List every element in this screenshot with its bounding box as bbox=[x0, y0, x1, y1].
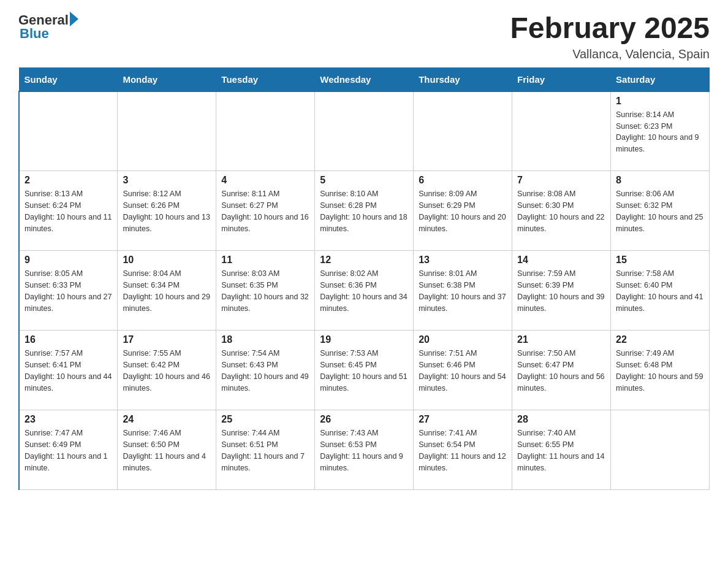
day-info: Sunrise: 7:59 AMSunset: 6:39 PMDaylight:… bbox=[517, 268, 605, 314]
day-info: Sunrise: 8:14 AMSunset: 6:23 PMDaylight:… bbox=[616, 109, 704, 155]
day-info: Sunrise: 7:58 AMSunset: 6:40 PMDaylight:… bbox=[616, 268, 704, 314]
day-number: 4 bbox=[221, 175, 309, 186]
location-text: Vallanca, Valencia, Spain bbox=[510, 47, 710, 61]
day-number: 3 bbox=[123, 175, 211, 186]
month-title: February 2025 bbox=[510, 12, 710, 45]
day-of-week-header: Friday bbox=[512, 67, 611, 91]
day-number: 20 bbox=[419, 334, 507, 345]
calendar-day-cell: 15Sunrise: 7:58 AMSunset: 6:40 PMDayligh… bbox=[611, 251, 710, 331]
calendar-day-cell bbox=[611, 410, 710, 490]
calendar-day-cell bbox=[118, 91, 216, 171]
calendar-day-cell: 19Sunrise: 7:53 AMSunset: 6:45 PMDayligh… bbox=[315, 331, 414, 410]
calendar-day-cell: 16Sunrise: 7:57 AMSunset: 6:41 PMDayligh… bbox=[19, 331, 118, 410]
calendar-header: SundayMondayTuesdayWednesdayThursdayFrid… bbox=[19, 67, 710, 91]
logo-arrow-icon bbox=[70, 12, 78, 26]
calendar-table: SundayMondayTuesdayWednesdayThursdayFrid… bbox=[18, 67, 710, 491]
header-row: SundayMondayTuesdayWednesdayThursdayFrid… bbox=[19, 67, 710, 91]
calendar-day-cell: 28Sunrise: 7:40 AMSunset: 6:55 PMDayligh… bbox=[512, 410, 611, 490]
day-of-week-header: Saturday bbox=[611, 67, 710, 91]
day-number: 18 bbox=[221, 334, 309, 345]
day-number: 21 bbox=[517, 334, 605, 345]
day-info: Sunrise: 7:43 AMSunset: 6:53 PMDaylight:… bbox=[320, 427, 408, 473]
calendar-day-cell: 12Sunrise: 8:02 AMSunset: 6:36 PMDayligh… bbox=[315, 251, 414, 331]
calendar-day-cell: 20Sunrise: 7:51 AMSunset: 6:46 PMDayligh… bbox=[414, 331, 512, 410]
day-number: 6 bbox=[419, 175, 507, 186]
day-info: Sunrise: 7:41 AMSunset: 6:54 PMDaylight:… bbox=[419, 427, 507, 473]
day-info: Sunrise: 7:51 AMSunset: 6:46 PMDaylight:… bbox=[419, 348, 507, 394]
day-number: 25 bbox=[221, 414, 309, 425]
calendar-day-cell bbox=[216, 91, 315, 171]
day-info: Sunrise: 7:47 AMSunset: 6:49 PMDaylight:… bbox=[25, 427, 112, 473]
calendar-day-cell: 24Sunrise: 7:46 AMSunset: 6:50 PMDayligh… bbox=[118, 410, 216, 490]
calendar-week-row: 23Sunrise: 7:47 AMSunset: 6:49 PMDayligh… bbox=[19, 410, 710, 490]
calendar-day-cell: 26Sunrise: 7:43 AMSunset: 6:53 PMDayligh… bbox=[315, 410, 414, 490]
day-number: 9 bbox=[25, 255, 112, 266]
day-number: 10 bbox=[123, 255, 211, 266]
day-info: Sunrise: 7:46 AMSunset: 6:50 PMDaylight:… bbox=[123, 427, 211, 473]
day-number: 16 bbox=[25, 334, 112, 345]
day-info: Sunrise: 8:04 AMSunset: 6:34 PMDaylight:… bbox=[123, 268, 211, 314]
day-number: 5 bbox=[320, 175, 408, 186]
calendar-day-cell bbox=[512, 91, 611, 171]
title-block: February 2025 Vallanca, Valencia, Spain bbox=[510, 12, 710, 61]
calendar-day-cell: 22Sunrise: 7:49 AMSunset: 6:48 PMDayligh… bbox=[611, 331, 710, 410]
day-number: 12 bbox=[320, 255, 408, 266]
calendar-day-cell: 4Sunrise: 8:11 AMSunset: 6:27 PMDaylight… bbox=[216, 171, 315, 251]
day-of-week-header: Thursday bbox=[414, 67, 512, 91]
day-number: 19 bbox=[320, 334, 408, 345]
day-info: Sunrise: 7:57 AMSunset: 6:41 PMDaylight:… bbox=[25, 348, 112, 394]
calendar-day-cell bbox=[414, 91, 512, 171]
day-info: Sunrise: 7:53 AMSunset: 6:45 PMDaylight:… bbox=[320, 348, 408, 394]
day-number: 24 bbox=[123, 414, 211, 425]
day-of-week-header: Sunday bbox=[19, 67, 118, 91]
day-info: Sunrise: 8:06 AMSunset: 6:32 PMDaylight:… bbox=[616, 188, 704, 234]
calendar-day-cell: 2Sunrise: 8:13 AMSunset: 6:24 PMDaylight… bbox=[19, 171, 118, 251]
day-number: 8 bbox=[616, 175, 704, 186]
calendar-day-cell bbox=[19, 91, 118, 171]
day-number: 17 bbox=[123, 334, 211, 345]
day-info: Sunrise: 8:11 AMSunset: 6:27 PMDaylight:… bbox=[221, 188, 309, 234]
day-info: Sunrise: 8:10 AMSunset: 6:28 PMDaylight:… bbox=[320, 188, 408, 234]
calendar-day-cell: 18Sunrise: 7:54 AMSunset: 6:43 PMDayligh… bbox=[216, 331, 315, 410]
day-info: Sunrise: 7:40 AMSunset: 6:55 PMDaylight:… bbox=[517, 427, 605, 473]
day-number: 11 bbox=[221, 255, 309, 266]
calendar-day-cell: 25Sunrise: 7:44 AMSunset: 6:51 PMDayligh… bbox=[216, 410, 315, 490]
calendar-day-cell: 1Sunrise: 8:14 AMSunset: 6:23 PMDaylight… bbox=[611, 91, 710, 171]
calendar-day-cell: 3Sunrise: 8:12 AMSunset: 6:26 PMDaylight… bbox=[118, 171, 216, 251]
calendar-body: 1Sunrise: 8:14 AMSunset: 6:23 PMDaylight… bbox=[19, 91, 710, 490]
day-number: 13 bbox=[419, 255, 507, 266]
day-info: Sunrise: 8:08 AMSunset: 6:30 PMDaylight:… bbox=[517, 188, 605, 234]
logo-blue-text: Blue bbox=[20, 26, 49, 42]
day-number: 14 bbox=[517, 255, 605, 266]
calendar-week-row: 1Sunrise: 8:14 AMSunset: 6:23 PMDaylight… bbox=[19, 91, 710, 171]
day-of-week-header: Tuesday bbox=[216, 67, 315, 91]
day-number: 28 bbox=[517, 414, 605, 425]
day-info: Sunrise: 8:01 AMSunset: 6:38 PMDaylight:… bbox=[419, 268, 507, 314]
calendar-week-row: 2Sunrise: 8:13 AMSunset: 6:24 PMDaylight… bbox=[19, 171, 710, 251]
day-number: 15 bbox=[616, 255, 704, 266]
calendar-day-cell: 10Sunrise: 8:04 AMSunset: 6:34 PMDayligh… bbox=[118, 251, 216, 331]
calendar-day-cell: 14Sunrise: 7:59 AMSunset: 6:39 PMDayligh… bbox=[512, 251, 611, 331]
calendar-week-row: 9Sunrise: 8:05 AMSunset: 6:33 PMDaylight… bbox=[19, 251, 710, 331]
day-info: Sunrise: 7:49 AMSunset: 6:48 PMDaylight:… bbox=[616, 348, 704, 394]
calendar-day-cell: 5Sunrise: 8:10 AMSunset: 6:28 PMDaylight… bbox=[315, 171, 414, 251]
calendar-day-cell: 8Sunrise: 8:06 AMSunset: 6:32 PMDaylight… bbox=[611, 171, 710, 251]
page-header: General Blue February 2025 Vallanca, Val… bbox=[18, 12, 710, 61]
day-of-week-header: Monday bbox=[118, 67, 216, 91]
day-number: 26 bbox=[320, 414, 408, 425]
day-info: Sunrise: 8:09 AMSunset: 6:29 PMDaylight:… bbox=[419, 188, 507, 234]
day-number: 2 bbox=[25, 175, 112, 186]
calendar-day-cell: 6Sunrise: 8:09 AMSunset: 6:29 PMDaylight… bbox=[414, 171, 512, 251]
day-info: Sunrise: 8:13 AMSunset: 6:24 PMDaylight:… bbox=[25, 188, 112, 234]
day-info: Sunrise: 7:55 AMSunset: 6:42 PMDaylight:… bbox=[123, 348, 211, 394]
day-info: Sunrise: 8:05 AMSunset: 6:33 PMDaylight:… bbox=[25, 268, 112, 314]
calendar-day-cell bbox=[315, 91, 414, 171]
day-info: Sunrise: 8:03 AMSunset: 6:35 PMDaylight:… bbox=[221, 268, 309, 314]
calendar-day-cell: 9Sunrise: 8:05 AMSunset: 6:33 PMDaylight… bbox=[19, 251, 118, 331]
calendar-day-cell: 27Sunrise: 7:41 AMSunset: 6:54 PMDayligh… bbox=[414, 410, 512, 490]
calendar-day-cell: 23Sunrise: 7:47 AMSunset: 6:49 PMDayligh… bbox=[19, 410, 118, 490]
day-number: 22 bbox=[616, 334, 704, 345]
calendar-day-cell: 21Sunrise: 7:50 AMSunset: 6:47 PMDayligh… bbox=[512, 331, 611, 410]
logo: General Blue bbox=[18, 12, 78, 42]
day-number: 1 bbox=[616, 96, 704, 107]
